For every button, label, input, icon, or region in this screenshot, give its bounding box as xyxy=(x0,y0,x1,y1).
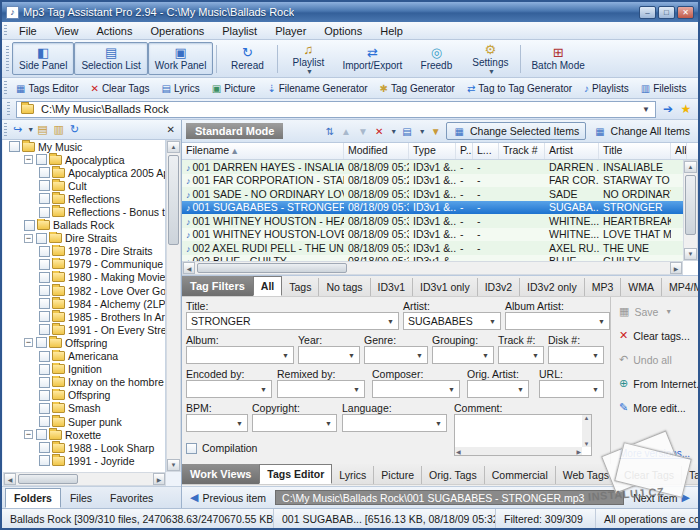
batch-mode-button[interactable]: ⊞Batch Mode xyxy=(524,42,591,75)
combo-dropdown-icon[interactable]: ▼ xyxy=(479,347,492,363)
combo-dropdown-icon[interactable]: ▼ xyxy=(322,415,335,431)
side-panel-button[interactable]: ◧Side Panel xyxy=(12,42,74,75)
copyright-combo[interactable]: ▼ xyxy=(252,414,337,432)
change-selected-items-button[interactable]: ▦ Change Selected Items xyxy=(446,122,587,140)
folder-checkbox[interactable] xyxy=(39,455,50,466)
compilation-checkbox[interactable] xyxy=(186,443,197,454)
previous-item-button[interactable]: ◀ Previous item xyxy=(186,490,270,505)
folder-checkbox[interactable] xyxy=(39,442,50,453)
column-header-p[interactable]: P... xyxy=(456,143,473,159)
column-header-l[interactable]: L... xyxy=(473,143,499,159)
address-dropdown-icon[interactable]: ▼ xyxy=(640,105,652,114)
comment-textarea[interactable]: ▲▼◀▶ xyxy=(454,414,592,456)
column-header-alb[interactable]: Alb xyxy=(671,143,687,159)
tree-item-ballads-rock[interactable]: Ballads Rock xyxy=(3,219,165,232)
combo-dropdown-icon[interactable]: ▼ xyxy=(279,347,292,363)
refresh-icon[interactable]: ↻ xyxy=(67,123,82,136)
close-button[interactable]: ✕ xyxy=(677,6,694,19)
more-versions-link[interactable]: More versions... xyxy=(619,448,690,459)
view-tab-picture[interactable]: Picture xyxy=(374,466,422,484)
scroll-arrow-icon[interactable]: ▲ xyxy=(684,161,697,173)
folder-checkbox[interactable] xyxy=(39,403,50,414)
clear-tags-button[interactable]: ✕Clear tags... xyxy=(619,329,690,342)
next-item-button[interactable]: Next item ▶ xyxy=(629,490,694,505)
tree-item-ixnay-on-the-hombre[interactable]: Ixnay on the hombre xyxy=(3,376,165,389)
tree-item-1991-joyride[interactable]: 1991 - Joyride xyxy=(3,454,165,467)
collapse-expander-icon[interactable]: − xyxy=(24,430,33,439)
maximize-button[interactable]: □ xyxy=(658,6,675,19)
scroll-arrow-icon[interactable]: ▼ xyxy=(684,248,697,260)
tree-item-ignition[interactable]: Ignition xyxy=(3,363,165,376)
combo-dropdown-icon[interactable]: ▼ xyxy=(514,381,527,397)
filter-tab-id3v2[interactable]: ID3v2 xyxy=(478,278,520,296)
tree-item-super-punk[interactable]: Super punk xyxy=(3,415,165,428)
disk-combo[interactable]: ▼ xyxy=(548,346,604,364)
selection-list-button[interactable]: ▤Selection List xyxy=(74,42,147,75)
minimize-button[interactable]: – xyxy=(639,6,656,19)
encoded_by-combo[interactable]: ▼ xyxy=(186,380,272,398)
table-row[interactable]: ♪001 SADE - NO ORDINARY LOVE08/18/09 05:… xyxy=(182,187,683,201)
artist-combo[interactable]: SUGABABES▼ xyxy=(403,312,501,330)
table-row[interactable]: ♪002 AXEL RUDI PELL - THE UNE08/18/09 05… xyxy=(182,241,683,255)
table-row[interactable]: ♪001 FAR CORPORATION - STARWA...08/18/09… xyxy=(182,174,683,188)
go-icon[interactable]: ➔ xyxy=(659,102,677,116)
delete-icon[interactable]: ✕ xyxy=(373,126,385,137)
view-tab-orig-tags[interactable]: Orig. Tags xyxy=(422,466,485,484)
folder-checkbox[interactable] xyxy=(39,351,50,362)
work-panel-button[interactable]: ▣Work Panel xyxy=(148,42,214,75)
folder-nav-icon[interactable]: ↪ xyxy=(10,123,25,136)
preview-icon[interactable]: ▼ xyxy=(429,126,443,137)
tree-item-1988-look-sharp[interactable]: 1988 - Look Sharp xyxy=(3,441,165,454)
menu-file[interactable]: File xyxy=(10,24,46,38)
filter-tab-mp4-m4a[interactable]: MP4/M4A xyxy=(662,278,698,296)
tree-vertical-scrollbar[interactable]: ▲▼ xyxy=(166,140,181,472)
collapse-expander-icon[interactable]: − xyxy=(24,234,33,243)
collapse-folders-icon[interactable]: ▥ xyxy=(51,123,67,136)
folder-checkbox[interactable] xyxy=(36,233,47,244)
columns-icon[interactable]: ▤ xyxy=(400,126,413,137)
dropdown-caret-icon[interactable]: ▼ xyxy=(306,68,313,75)
remixed_by-combo[interactable]: ▼ xyxy=(277,380,365,398)
import-export-button[interactable]: ⇄Import/Export xyxy=(335,42,409,75)
folder-checkbox[interactable] xyxy=(39,364,50,375)
tree-item-1991-on-every-street[interactable]: 1991 - On Every Street xyxy=(3,323,165,336)
tree-item-1985-brothers-in-arms[interactable]: 1985 - Brothers In Arms xyxy=(3,310,165,323)
view-tab-commercial[interactable]: Commercial xyxy=(485,466,556,484)
view-tab-tags-editor[interactable]: Tags Editor xyxy=(259,464,332,484)
folder-checkbox[interactable] xyxy=(36,154,47,165)
folder-checkbox[interactable] xyxy=(39,207,50,218)
orig_artist-combo[interactable]: ▼ xyxy=(467,380,529,398)
collapse-expander-icon[interactable]: − xyxy=(24,155,33,164)
tree-item-1982-love-over-gold[interactable]: 1982 - Love Over Gold xyxy=(3,284,165,297)
composer-combo[interactable]: ▼ xyxy=(372,380,460,398)
side-tab-folders[interactable]: Folders xyxy=(5,488,61,508)
folder-checkbox[interactable] xyxy=(36,337,47,348)
lyrics-button[interactable]: ▤Lyrics xyxy=(156,81,206,96)
genre-combo[interactable]: ▼ xyxy=(364,346,428,364)
combo-dropdown-icon[interactable]: ▼ xyxy=(589,381,602,397)
folder-checkbox[interactable] xyxy=(39,272,50,283)
combo-dropdown-icon[interactable]: ▼ xyxy=(445,381,458,397)
language-combo[interactable]: ▼ xyxy=(342,414,447,432)
filename-generator-button[interactable]: ⇣Filename Generator xyxy=(261,81,373,96)
tree-item-americana[interactable]: Americana xyxy=(3,350,165,363)
picture-button[interactable]: ▣Picture xyxy=(206,81,262,96)
combo-dropdown-icon[interactable]: ▼ xyxy=(345,347,358,363)
playlists-button[interactable]: ♪Playlists xyxy=(578,81,635,96)
folder-checkbox[interactable] xyxy=(39,324,50,335)
tags-editor-button[interactable]: ▦Tags Editor xyxy=(10,81,84,96)
combo-dropdown-icon[interactable]: ▼ xyxy=(529,347,542,363)
tree-item-offspring[interactable]: Offspring xyxy=(3,389,165,402)
folder-checkbox[interactable] xyxy=(39,246,50,257)
tree-item-offspring[interactable]: −Offspring xyxy=(3,336,165,349)
folder-checkbox[interactable] xyxy=(39,416,50,427)
menu-view[interactable]: View xyxy=(46,24,88,38)
side-tab-favorites[interactable]: Favorites xyxy=(101,488,162,508)
scroll-arrow-icon[interactable]: ▼ xyxy=(167,459,180,471)
table-row[interactable]: ♪001 DARREN HAYES - INSALIABLE08/18/09 0… xyxy=(182,160,683,174)
column-header-filename[interactable]: Filename ▴ xyxy=(182,143,344,159)
address-input[interactable]: C:\My Music\Ballads Rock ▼ xyxy=(16,101,656,118)
tree-item-my-music[interactable]: My Music xyxy=(3,140,165,153)
tree-item-roxette[interactable]: −Roxette xyxy=(3,428,165,441)
menu-options[interactable]: Options xyxy=(315,24,371,38)
